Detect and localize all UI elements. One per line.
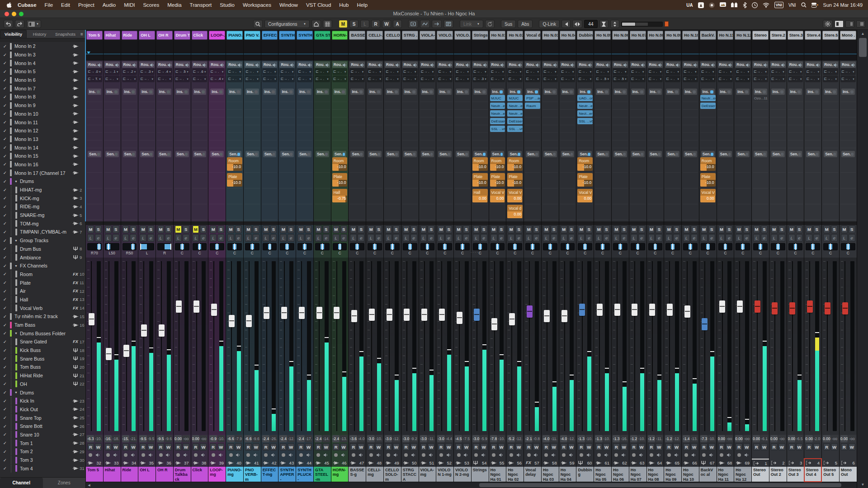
fader-handle[interactable] <box>649 304 655 316</box>
send-slot[interactable] <box>560 204 576 220</box>
insert-slot[interactable] <box>630 125 646 133</box>
fader-handle[interactable] <box>264 307 269 319</box>
monitor-icon[interactable] <box>622 453 626 457</box>
listen-button[interactable]: L <box>455 234 462 242</box>
channel-number-row[interactable]: 34 <box>121 459 138 467</box>
monitor-icon[interactable] <box>745 453 749 457</box>
solo-button[interactable]: S <box>147 225 154 233</box>
insert-slot[interactable] <box>735 133 750 141</box>
channel-name-label[interactable]: GTA STEEL-m <box>314 467 331 482</box>
sends-bypass-icon[interactable] <box>833 153 836 156</box>
inserts-rack-header[interactable]: Ins. <box>263 89 277 95</box>
listen-button[interactable]: L <box>315 234 322 242</box>
insert-slot[interactable]: PSP ...ay <box>525 94 540 102</box>
routing-rack-header[interactable]: Rou. <box>718 61 733 68</box>
insert-slot[interactable] <box>385 110 400 117</box>
send-slot[interactable] <box>455 157 470 173</box>
fader-handle[interactable] <box>246 315 252 327</box>
record-enable-icon[interactable] <box>597 453 601 457</box>
solo-button[interactable]: S <box>743 225 750 233</box>
channel-name-label[interactable]: Ho Ngoc Ha 06 <box>612 467 629 482</box>
channel-name-label[interactable]: Ho Ngoc Ha 01 <box>489 467 506 482</box>
insert-slot[interactable] <box>525 110 540 117</box>
insert-slot[interactable] <box>507 141 523 148</box>
pan-control[interactable] <box>227 243 242 250</box>
send-slot[interactable] <box>560 157 576 173</box>
mute-button[interactable]: M <box>665 225 672 233</box>
write-automation-button[interactable]: W <box>708 443 715 450</box>
insert-slot[interactable] <box>788 133 803 141</box>
record-enable-icon[interactable] <box>352 453 355 457</box>
abs-button[interactable]: Abs <box>518 20 533 28</box>
insert-slot[interactable] <box>770 133 786 141</box>
insert-slot[interactable] <box>525 133 540 141</box>
monitor-icon[interactable] <box>464 453 468 457</box>
menu-studio[interactable]: Studio <box>216 2 239 8</box>
peak-value[interactable]: -9.6 <box>252 435 259 442</box>
insert-slot[interactable] <box>788 94 803 102</box>
sends-rack-header[interactable]: Sen. <box>350 151 364 157</box>
volume-value[interactable]: -3.0 <box>437 435 444 442</box>
send-slot[interactable] <box>245 204 260 220</box>
send-slot[interactable] <box>648 173 663 188</box>
volume-value[interactable]: -9.5 <box>157 435 164 442</box>
sends-bypass-icon[interactable] <box>290 153 292 156</box>
track-visibility-row[interactable]: ✓HallFX13 <box>0 296 85 304</box>
send-slot[interactable]: Room-10.0 <box>577 157 593 173</box>
listen-button[interactable]: L <box>227 234 234 242</box>
output-routing[interactable]: ⊏→.▼ <box>560 75 576 82</box>
insert-slot[interactable] <box>262 102 278 110</box>
insert-slot[interactable] <box>577 141 593 148</box>
edit-channel-button[interactable]: e <box>428 234 434 242</box>
track-visibility-row[interactable]: ✓TIMPANI ,CYMBAL-m7 <box>0 228 85 236</box>
input-routing[interactable]: ⊏→.▼ <box>490 68 505 75</box>
inserts-rack-header[interactable]: Ins. <box>736 89 750 95</box>
send-level[interactable]: -10.0 <box>227 164 242 171</box>
solo-button[interactable]: S <box>481 225 487 233</box>
visibility-checkmark-icon[interactable]: ✓ <box>0 196 10 201</box>
setup-gear-icon[interactable] <box>823 20 833 28</box>
inserts-bypass-icon[interactable] <box>535 90 538 94</box>
read-automation-button[interactable]: R <box>123 443 129 450</box>
channel-number-row[interactable]: FX57 <box>524 459 541 467</box>
send-slot[interactable] <box>87 188 102 204</box>
read-automation-button[interactable]: R <box>823 443 830 450</box>
send-slot[interactable] <box>279 173 295 188</box>
listen-button[interactable]: L <box>333 234 340 242</box>
insert-slot[interactable] <box>122 94 137 102</box>
output-routing[interactable]: ⊏→.▼ <box>630 75 646 82</box>
track-visibility-row[interactable]: ✓Kick Out24 <box>0 405 85 414</box>
bypass-sends-icon[interactable] <box>432 20 442 28</box>
channel-name-label[interactable]: VIOLON 2-mg <box>454 467 471 482</box>
channel-name-label[interactable]: BackVoc al <box>699 467 717 482</box>
volume-value[interactable]: -1.2 <box>648 435 655 442</box>
send-slot[interactable] <box>385 188 400 204</box>
insert-slot[interactable] <box>349 141 365 148</box>
sends-bypass-icon[interactable] <box>623 153 626 156</box>
fader-handle[interactable] <box>667 304 673 316</box>
insert-slot[interactable]: DeEsser <box>700 102 716 110</box>
insert-slot[interactable] <box>753 117 768 125</box>
insert-slot[interactable] <box>175 125 190 133</box>
output-routing[interactable]: ⊏→.▼ <box>157 75 172 82</box>
send-slot[interactable]: Plate-10.0 <box>227 173 242 188</box>
insert-slot[interactable] <box>490 133 505 141</box>
send-slot[interactable] <box>262 188 278 204</box>
visibility-checkmark-icon[interactable]: ✓ <box>0 120 10 125</box>
write-automation-button[interactable]: W <box>463 443 470 450</box>
send-slot[interactable] <box>139 157 155 173</box>
insert-slot[interactable] <box>420 94 435 102</box>
read-automation-button[interactable]: R <box>175 443 182 450</box>
send-slot[interactable] <box>104 157 120 173</box>
folder-collapse-icon[interactable]: ▼ <box>14 391 20 394</box>
sends-rack-header[interactable]: Sen. <box>491 151 505 157</box>
fader-handle[interactable] <box>474 309 480 321</box>
right-zone-toggle[interactable] <box>845 20 854 28</box>
insert-slot[interactable] <box>665 102 680 110</box>
insert-slot[interactable] <box>227 117 242 125</box>
insert-slot[interactable] <box>402 141 418 148</box>
volume-value[interactable]: 0.00 <box>805 435 812 442</box>
insert-slot[interactable] <box>735 94 750 102</box>
channel-number-row[interactable]: 68 <box>717 459 734 467</box>
input-routing[interactable]: ⊏→.▼ <box>262 68 278 75</box>
